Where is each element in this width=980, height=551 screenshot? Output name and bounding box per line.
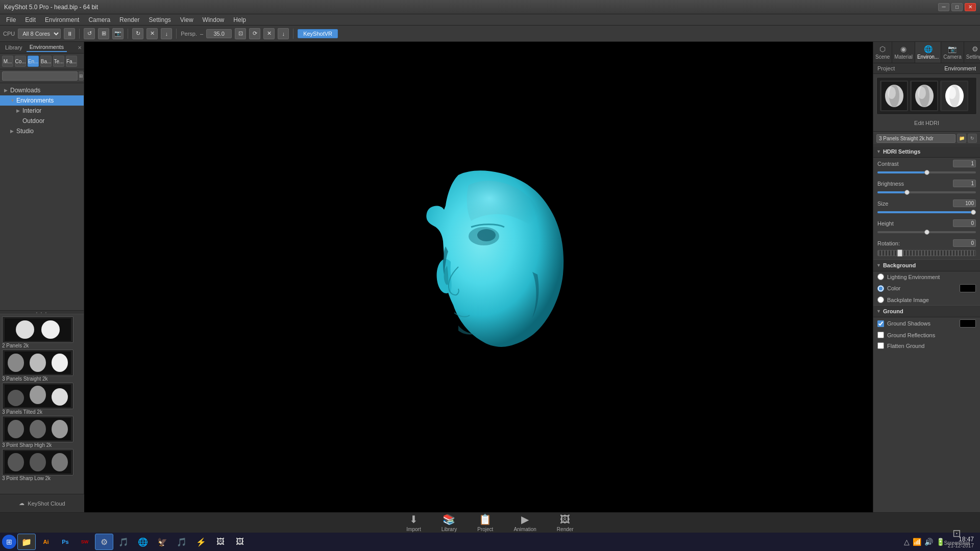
tree-item-outdoor[interactable]: Outdoor (0, 116, 84, 126)
tab-material[interactable]: ◉ Material (892, 42, 915, 63)
thumb-3pointsharphi[interactable]: 3 Point Sharp High 2k (2, 416, 82, 448)
import-button[interactable]: ⬇ Import (406, 513, 421, 532)
taskbar-arduino[interactable]: ⚡ (192, 534, 210, 550)
ground-reflections-checkbox[interactable] (877, 332, 884, 338)
brightness-slider-track[interactable] (877, 191, 976, 193)
menu-file[interactable]: File (2, 15, 20, 24)
bg-backplate-radio[interactable] (877, 296, 884, 303)
close-button[interactable]: ✕ (965, 3, 976, 11)
taskbar-img2[interactable]: 🖼 (231, 534, 249, 550)
size-input[interactable] (953, 199, 976, 207)
menu-settings[interactable]: Settings (144, 15, 175, 24)
menu-edit[interactable]: Edit (21, 15, 40, 24)
cross-icon[interactable]: ✕ (263, 28, 275, 39)
lib-icon-colors[interactable]: Co... (15, 56, 26, 67)
ground-header[interactable]: ▼ Ground (873, 305, 980, 317)
tree-item-downloads[interactable]: ▶ Downloads (0, 85, 84, 95)
tab-settings[interactable]: ⚙ Settings (964, 42, 980, 63)
tab-scene[interactable]: ⬡ Scene (873, 42, 892, 63)
taskbar-photoshop[interactable]: Ps (56, 534, 75, 550)
height-input[interactable] (953, 219, 976, 227)
hdri-filename-input[interactable] (876, 134, 955, 143)
bg-color-swatch[interactable] (960, 284, 976, 292)
flatten-ground-checkbox[interactable] (877, 342, 884, 349)
menu-window[interactable]: Window (199, 15, 229, 24)
thumb-3pointsharplo[interactable]: 3 Point Sharp Low 2k (2, 449, 82, 481)
taskbar-explorer[interactable]: 📁 (17, 534, 36, 550)
menu-help[interactable]: Help (229, 15, 250, 24)
brightness-input[interactable] (953, 180, 976, 187)
height-slider-track[interactable] (877, 231, 976, 233)
taskbar-keyshot[interactable]: ⚙ (95, 534, 113, 550)
tab-library[interactable]: Library (2, 43, 26, 52)
thumb-2panels2k[interactable]: 2 Panels 2k (2, 316, 82, 348)
ground-shadows-checkbox[interactable] (877, 320, 884, 327)
search-input[interactable] (2, 71, 78, 81)
minimize-button[interactable]: ─ (938, 3, 949, 11)
hdri-refresh-button[interactable]: ↻ (968, 134, 977, 143)
down-button[interactable]: ↓ (161, 28, 172, 39)
taskbar-spotify[interactable]: 🎵 (114, 534, 133, 550)
size-slider-handle[interactable] (971, 210, 976, 215)
keyshot-cloud[interactable]: ☁ KeyShot Cloud (0, 494, 84, 512)
thumb-3panelsstraight[interactable]: 3 Panels Straight 2k (2, 349, 82, 382)
screenshot-button[interactable]: ⊡ Screenshot (944, 527, 970, 546)
hdri-thumb-2[interactable] (910, 81, 938, 111)
contrast-input[interactable] (953, 160, 976, 167)
tab-environment[interactable]: 🌐 Environ... (915, 42, 941, 63)
battery-icon[interactable]: 🔋 (936, 538, 945, 546)
tab-camera[interactable]: 📷 Camera (941, 42, 964, 63)
contrast-slider-handle[interactable] (924, 170, 929, 175)
start-button[interactable]: ⊞ (2, 535, 16, 549)
lib-icon-environments[interactable]: En... (28, 56, 39, 67)
bg-lighting-radio[interactable] (877, 273, 884, 280)
rotation-slider-handle[interactable] (897, 249, 902, 257)
menu-camera[interactable]: Camera (84, 15, 114, 24)
rotation-input[interactable] (953, 239, 976, 247)
menu-view[interactable]: View (176, 15, 198, 24)
background-header[interactable]: ▼ Background (873, 259, 980, 271)
brightness-slider-handle[interactable] (904, 190, 910, 195)
menu-render[interactable]: Render (115, 15, 143, 24)
height-slider-handle[interactable] (924, 230, 929, 235)
tree-item-environments[interactable]: ▼ Environments (0, 95, 84, 106)
network-icon[interactable]: 📶 (913, 538, 921, 546)
close-sync-button[interactable]: ✕ (146, 28, 158, 39)
sync-button[interactable]: ↻ (132, 28, 143, 39)
size-slider-track[interactable] (877, 211, 976, 213)
thumb-3panelstilted[interactable]: 3 Panels Tilted 2k (2, 383, 82, 415)
lib-separator[interactable]: • • • (0, 310, 84, 314)
bg-color-radio[interactable] (877, 285, 884, 292)
lib-icon-backplates[interactable]: Ba... (40, 56, 52, 67)
taskbar-spotify2[interactable]: 🎵 (173, 534, 191, 550)
screenshot-toolbar-button[interactable]: 📷 (112, 28, 124, 39)
fov-input[interactable] (206, 29, 232, 38)
search-button[interactable]: ⊞ (79, 71, 84, 81)
taskbar-app7[interactable]: 🦅 (153, 534, 172, 550)
lib-icon-textures[interactable]: Te... (53, 56, 64, 67)
maximize-button[interactable]: □ (951, 3, 963, 11)
edit-hdri-button[interactable]: Edit HDRI (876, 118, 977, 128)
notifications-icon[interactable]: △ (904, 538, 910, 546)
tab-environments[interactable]: Environments (27, 43, 67, 52)
hdri-thumb-3[interactable] (940, 81, 968, 111)
rotation-slider-track[interactable] (877, 250, 976, 256)
library-button[interactable]: 📚 Library (442, 513, 457, 532)
panel-close-button[interactable]: ✕ (78, 45, 82, 51)
hdri-thumb-1[interactable] (880, 81, 908, 111)
hdri-settings-header[interactable]: ▼ HDRI Settings (873, 145, 980, 158)
cpu-cores-select[interactable]: All 8 Cores (18, 29, 61, 39)
contrast-slider-track[interactable] (877, 171, 976, 173)
down2-icon[interactable]: ↓ (278, 28, 289, 39)
animation-button[interactable]: ▶ Animation (513, 513, 536, 532)
tree-item-studio[interactable]: ▶ Studio (0, 126, 84, 136)
view-option-button[interactable]: ⊞ (98, 28, 109, 39)
lib-icon-materials[interactable]: M... (2, 56, 13, 67)
fov-icon[interactable]: ⊡ (235, 28, 246, 39)
render-button[interactable]: 🖼 Render (557, 514, 574, 532)
taskbar-chrome[interactable]: 🌐 (134, 534, 152, 550)
taskbar-solidworks[interactable]: SW (76, 534, 94, 550)
taskbar-illustrator[interactable]: Ai (37, 534, 55, 550)
reset-view-button[interactable]: ↺ (84, 28, 95, 39)
ground-shadows-swatch[interactable] (960, 319, 976, 328)
